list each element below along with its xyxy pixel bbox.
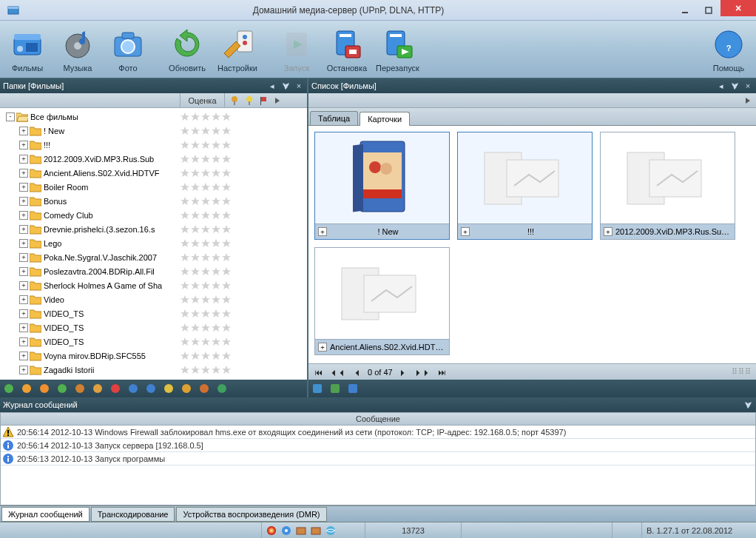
expand-icon[interactable]: + [19,155,28,164]
expand-icon[interactable]: + [19,309,28,318]
expand-icon[interactable]: + [318,343,327,352]
panel-menu-icon[interactable]: ◂ [267,81,277,91]
pager-last-icon[interactable]: ⏭ [436,368,448,377]
expand-icon[interactable]: + [19,225,28,234]
card-item[interactable]: +2012.2009.XviD.MP3.Rus.Sub.BD [600,132,735,240]
expand-icon[interactable]: + [19,295,28,304]
expand-icon[interactable]: + [19,197,28,206]
refresh-button[interactable]: Обновить [163,23,212,76]
log-row[interactable]: 20:56:14 2012-10-13 Запуск сервера [192.… [1,439,755,452]
expand-icon[interactable]: + [19,211,28,220]
panel-pin-icon[interactable]: ⮟ [280,81,291,91]
rating-stars[interactable] [180,238,306,249]
rating-stars[interactable] [180,196,306,206]
tab-table[interactable]: Таблица [310,111,358,125]
palm-icon[interactable] [216,383,228,394]
stop-button[interactable]: Остановка [323,23,371,76]
tree-item[interactable]: +Comedy Club [1,208,306,222]
start-button[interactable]: Запуск [272,23,321,76]
pin-icon[interactable] [163,383,175,394]
leaf-icon[interactable] [198,383,210,394]
tree-item[interactable]: +Sherlock Holmes A Game of Sha [1,278,306,292]
expand-icon[interactable]: + [318,227,327,236]
chevron-right-icon[interactable] [274,97,281,104]
sort-icon[interactable] [329,383,341,394]
pin-gold-icon[interactable] [229,95,240,106]
rating-stars[interactable] [180,168,306,178]
sun-icon[interactable] [21,383,33,394]
log-row[interactable]: 20:56:13 2012-10-13 Запуск программы [1,452,755,465]
expand-icon[interactable]: + [19,323,28,332]
lifebuoy-icon[interactable] [109,383,121,394]
tree-item[interactable]: +!!! [1,138,306,152]
bottom-tab-transcode[interactable]: Транскодирование [91,507,175,522]
save-icon[interactable] [347,383,359,394]
help-button[interactable]: ? Помощь [704,23,753,76]
expand-icon[interactable]: + [604,227,612,236]
tree-item[interactable]: +VIDEO_TS [1,334,306,349]
expand-icon[interactable]: + [19,183,28,192]
rating-stars[interactable] [180,126,306,136]
cloud-icon[interactable] [38,383,50,394]
tree-item[interactable]: +Zagadki Istorii [1,363,306,377]
expand-icon[interactable]: + [19,239,28,248]
settings-icon[interactable] [56,383,68,394]
panel-close-icon[interactable]: × [294,81,304,91]
tree-item[interactable]: +Poka.Ne.Sygral.V.Jaschik.2007 [1,250,306,264]
panel-menu-icon[interactable]: ◂ [716,81,726,91]
rating-stars[interactable] [180,337,306,347]
rating-stars[interactable] [180,252,306,263]
card-item[interactable]: +Ancient.Aliens.S02.Xvid.HDTVRip [314,247,450,355]
panel-pin-icon[interactable]: ⮟ [729,81,740,91]
rating-stars[interactable] [180,351,306,361]
tree-item[interactable]: +Bonus [1,194,306,208]
expand-icon[interactable]: + [19,337,28,346]
tree-item[interactable]: -Все фильмы [1,110,306,124]
expand-icon[interactable]: + [19,253,28,262]
pager-prev-icon[interactable]: ⏴ [352,368,363,377]
rating-stars[interactable] [180,365,306,375]
pager-first-icon[interactable]: ⏮ [313,368,324,377]
expand-icon[interactable]: + [19,141,28,149]
tree-item[interactable]: +! New [1,124,306,138]
columns-icon[interactable] [311,383,323,394]
save-icon[interactable] [127,383,139,394]
card-item[interactable]: +! New [314,132,450,240]
chevron-right-icon[interactable] [744,97,752,104]
rating-stars[interactable] [180,323,306,333]
expand-icon[interactable]: + [19,127,28,135]
pager-next-icon[interactable]: ⏵ [397,368,408,377]
bottom-tab-log[interactable]: Журнал сообщений [1,507,90,522]
expand-icon[interactable]: + [461,227,470,236]
db-icon[interactable] [74,383,86,394]
tree-item[interactable]: +2012.2009.XviD.MP3.Rus.Sub [1,152,306,166]
rating-stars[interactable] [180,266,306,277]
tree-item[interactable]: +Boiler Room [1,180,306,194]
log-column-header[interactable]: Сообщение [0,412,756,426]
card-item[interactable]: +!!! [457,132,593,240]
tree-col-name[interactable] [0,93,180,107]
rating-stars[interactable] [180,309,306,319]
log-row[interactable]: 20:56:14 2012-10-13 Windows Firewall заб… [1,426,755,439]
rating-stars[interactable] [180,224,306,235]
pager-prevpage-icon[interactable]: ⏴⏴ [328,368,348,377]
music-button[interactable]: Музыка [53,23,102,76]
tree-item[interactable]: +VIDEO_TS [1,320,306,334]
folder-out-icon[interactable] [92,383,104,394]
pager-nextpage-icon[interactable]: ⏵⏵ [413,368,432,377]
tree-item[interactable]: +Ancient.Aliens.S02.Xvid.HDTVF [1,166,306,180]
panel-pin-icon[interactable]: ⮟ [743,400,753,410]
folder-tree[interactable]: -Все фильмы+! New+!!!+2012.2009.XviD.MP3… [0,108,307,380]
rating-stars[interactable] [180,280,306,291]
bottom-tab-dmr[interactable]: Устройства воспроизведения (DMR) [176,507,326,522]
tree-col-rating[interactable]: Оценка [180,93,225,107]
flag-icon[interactable] [259,95,269,106]
restart-button[interactable]: Перезапуск [373,23,422,76]
settings-button[interactable]: Настройки [213,23,262,76]
pin-yellow-icon[interactable] [244,95,254,106]
cards-view[interactable]: +! New+!!!+2012.2009.XviD.MP3.Rus.Sub.BD… [308,126,756,363]
rating-stars[interactable] [180,140,306,150]
expand-icon[interactable]: + [19,281,28,290]
rating-stars[interactable] [180,210,306,221]
rating-stars[interactable] [180,112,306,122]
